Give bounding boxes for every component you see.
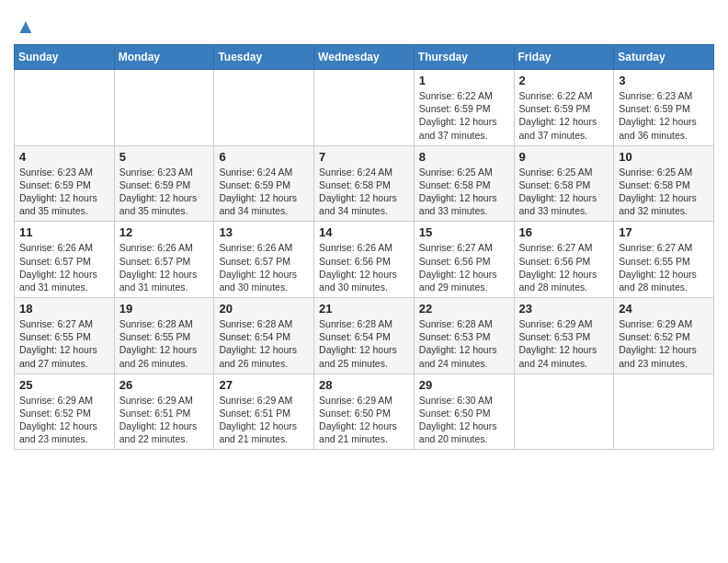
calendar-cell [114, 70, 214, 146]
day-number: 7 [319, 150, 409, 164]
calendar-cell: 5Sunrise: 6:23 AM Sunset: 6:59 PM Daylig… [114, 145, 214, 222]
calendar-cell: 25Sunrise: 6:29 AM Sunset: 6:52 PM Dayli… [15, 373, 115, 450]
calendar-cell: 6Sunrise: 6:24 AM Sunset: 6:59 PM Daylig… [214, 145, 314, 222]
day-info: Sunrise: 6:29 AM Sunset: 6:50 PM Dayligh… [319, 394, 409, 446]
day-info: Sunrise: 6:23 AM Sunset: 6:59 PM Dayligh… [119, 166, 210, 218]
day-info: Sunrise: 6:28 AM Sunset: 6:53 PM Dayligh… [419, 317, 509, 370]
day-info: Sunrise: 6:27 AM Sunset: 6:55 PM Dayligh… [619, 241, 709, 293]
day-number: 24 [619, 302, 709, 316]
day-number: 5 [119, 150, 210, 164]
calendar-day-header: Sunday [15, 45, 115, 70]
day-number: 13 [219, 225, 309, 239]
day-info: Sunrise: 6:22 AM Sunset: 6:59 PM Dayligh… [419, 89, 509, 142]
calendar-cell: 27Sunrise: 6:29 AM Sunset: 6:51 PM Dayli… [214, 373, 314, 450]
day-number: 10 [619, 150, 709, 164]
calendar-week-row: 4Sunrise: 6:23 AM Sunset: 6:59 PM Daylig… [15, 145, 714, 222]
day-info: Sunrise: 6:29 AM Sunset: 6:52 PM Dayligh… [19, 394, 109, 446]
day-info: Sunrise: 6:30 AM Sunset: 6:50 PM Dayligh… [419, 394, 509, 446]
calendar-cell [15, 70, 115, 146]
calendar-header: SundayMondayTuesdayWednesdayThursdayFrid… [15, 45, 714, 70]
calendar-cell: 3Sunrise: 6:23 AM Sunset: 6:59 PM Daylig… [614, 70, 714, 146]
day-number: 19 [119, 302, 210, 316]
calendar-cell [514, 373, 614, 450]
day-info: Sunrise: 6:25 AM Sunset: 6:58 PM Dayligh… [619, 166, 709, 218]
calendar-cell: 4Sunrise: 6:23 AM Sunset: 6:59 PM Daylig… [15, 145, 115, 222]
calendar-day-header: Wednesday [314, 45, 415, 70]
day-info: Sunrise: 6:25 AM Sunset: 6:58 PM Dayligh… [519, 166, 609, 218]
calendar-cell: 23Sunrise: 6:29 AM Sunset: 6:53 PM Dayli… [514, 298, 614, 374]
calendar-table: SundayMondayTuesdayWednesdayThursdayFrid… [14, 44, 714, 450]
day-number: 17 [619, 225, 709, 239]
calendar-cell: 19Sunrise: 6:28 AM Sunset: 6:55 PM Dayli… [114, 298, 214, 374]
calendar-cell: 15Sunrise: 6:27 AM Sunset: 6:56 PM Dayli… [414, 222, 514, 298]
calendar-week-row: 25Sunrise: 6:29 AM Sunset: 6:52 PM Dayli… [15, 373, 714, 450]
day-number: 18 [19, 302, 109, 316]
calendar-cell: 1Sunrise: 6:22 AM Sunset: 6:59 PM Daylig… [414, 70, 514, 146]
calendar-day-header: Thursday [414, 45, 514, 70]
day-number: 1 [419, 74, 509, 87]
calendar-cell [314, 70, 415, 146]
day-number: 22 [419, 302, 509, 316]
calendar-day-header: Friday [514, 45, 614, 70]
day-info: Sunrise: 6:29 AM Sunset: 6:51 PM Dayligh… [219, 394, 309, 446]
calendar-cell: 18Sunrise: 6:27 AM Sunset: 6:55 PM Dayli… [15, 298, 115, 374]
calendar-cell: 17Sunrise: 6:27 AM Sunset: 6:55 PM Dayli… [614, 222, 714, 298]
calendar-cell: 22Sunrise: 6:28 AM Sunset: 6:53 PM Dayli… [414, 298, 514, 374]
day-number: 21 [319, 302, 409, 316]
day-info: Sunrise: 6:27 AM Sunset: 6:55 PM Dayligh… [19, 317, 109, 370]
day-number: 12 [119, 225, 210, 239]
day-info: Sunrise: 6:27 AM Sunset: 6:56 PM Dayligh… [519, 241, 609, 293]
day-info: Sunrise: 6:24 AM Sunset: 6:58 PM Dayligh… [319, 166, 409, 218]
day-number: 16 [519, 225, 609, 239]
day-info: Sunrise: 6:25 AM Sunset: 6:58 PM Dayligh… [419, 166, 509, 218]
calendar-cell: 14Sunrise: 6:26 AM Sunset: 6:56 PM Dayli… [314, 222, 415, 298]
calendar-cell: 8Sunrise: 6:25 AM Sunset: 6:58 PM Daylig… [414, 145, 514, 222]
calendar-cell [614, 373, 714, 450]
day-number: 25 [19, 378, 109, 392]
day-number: 20 [219, 302, 309, 316]
day-info: Sunrise: 6:24 AM Sunset: 6:59 PM Dayligh… [219, 166, 309, 218]
calendar-cell: 20Sunrise: 6:28 AM Sunset: 6:54 PM Dayli… [214, 298, 314, 374]
day-number: 3 [619, 74, 709, 87]
day-info: Sunrise: 6:27 AM Sunset: 6:56 PM Dayligh… [419, 241, 509, 293]
day-number: 8 [419, 150, 509, 164]
calendar-cell: 16Sunrise: 6:27 AM Sunset: 6:56 PM Dayli… [514, 222, 614, 298]
day-number: 6 [219, 150, 309, 164]
calendar-day-header: Saturday [614, 45, 714, 70]
day-info: Sunrise: 6:26 AM Sunset: 6:57 PM Dayligh… [19, 241, 109, 293]
calendar-cell: 12Sunrise: 6:26 AM Sunset: 6:57 PM Dayli… [114, 222, 214, 298]
day-number: 2 [519, 74, 609, 87]
calendar-cell: 10Sunrise: 6:25 AM Sunset: 6:58 PM Dayli… [614, 145, 714, 222]
day-info: Sunrise: 6:23 AM Sunset: 6:59 PM Dayligh… [19, 166, 109, 218]
day-info: Sunrise: 6:29 AM Sunset: 6:52 PM Dayligh… [619, 317, 709, 370]
day-number: 15 [419, 225, 509, 239]
day-number: 23 [519, 302, 609, 316]
day-number: 14 [319, 225, 409, 239]
logo: ▲ [14, 15, 36, 39]
day-info: Sunrise: 6:23 AM Sunset: 6:59 PM Dayligh… [619, 89, 709, 142]
calendar-cell: 21Sunrise: 6:28 AM Sunset: 6:54 PM Dayli… [314, 298, 415, 374]
calendar-cell: 26Sunrise: 6:29 AM Sunset: 6:51 PM Dayli… [114, 373, 214, 450]
day-number: 9 [519, 150, 609, 164]
day-number: 27 [219, 378, 309, 392]
calendar-week-row: 18Sunrise: 6:27 AM Sunset: 6:55 PM Dayli… [15, 298, 714, 374]
day-info: Sunrise: 6:29 AM Sunset: 6:51 PM Dayligh… [119, 394, 210, 446]
calendar-week-row: 11Sunrise: 6:26 AM Sunset: 6:57 PM Dayli… [15, 222, 714, 298]
day-info: Sunrise: 6:26 AM Sunset: 6:56 PM Dayligh… [319, 241, 409, 293]
calendar-cell: 2Sunrise: 6:22 AM Sunset: 6:59 PM Daylig… [514, 70, 614, 146]
day-info: Sunrise: 6:28 AM Sunset: 6:54 PM Dayligh… [319, 317, 409, 370]
day-info: Sunrise: 6:28 AM Sunset: 6:54 PM Dayligh… [219, 317, 309, 370]
day-info: Sunrise: 6:26 AM Sunset: 6:57 PM Dayligh… [219, 241, 309, 293]
calendar-cell: 11Sunrise: 6:26 AM Sunset: 6:57 PM Dayli… [15, 222, 115, 298]
logo-bird-icon: ▲ [16, 15, 36, 38]
day-info: Sunrise: 6:29 AM Sunset: 6:53 PM Dayligh… [519, 317, 609, 370]
calendar-cell: 24Sunrise: 6:29 AM Sunset: 6:52 PM Dayli… [614, 298, 714, 374]
calendar-day-header: Tuesday [214, 45, 314, 70]
day-number: 28 [319, 378, 409, 392]
calendar-cell [214, 70, 314, 146]
day-info: Sunrise: 6:28 AM Sunset: 6:55 PM Dayligh… [119, 317, 210, 370]
calendar-cell: 29Sunrise: 6:30 AM Sunset: 6:50 PM Dayli… [414, 373, 514, 450]
day-number: 4 [19, 150, 109, 164]
calendar-week-row: 1Sunrise: 6:22 AM Sunset: 6:59 PM Daylig… [15, 70, 714, 146]
day-number: 26 [119, 378, 210, 392]
